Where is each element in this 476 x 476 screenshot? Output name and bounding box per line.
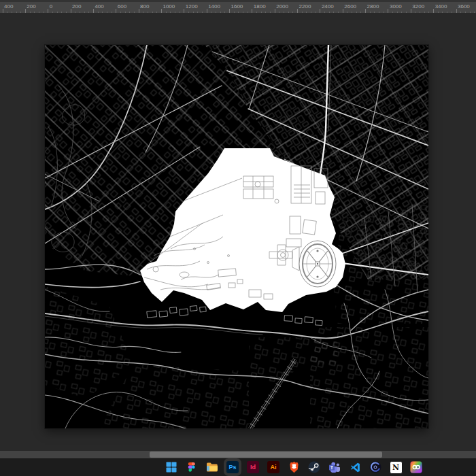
ruler-label: 200 [72, 3, 81, 10]
windows-start-icon [166, 462, 177, 473]
ruler-label: 1400 [208, 3, 220, 10]
figma-icon [187, 462, 197, 473]
ruler-label: 200 [27, 3, 35, 10]
ruler-label: 600 [118, 3, 126, 10]
file-explorer-icon [206, 462, 218, 473]
canvas-workspace [0, 13, 476, 451]
top-ruler[interactable]: 4002000200400600800100012001400160018002… [0, 2, 476, 14]
ruler-label: 1600 [231, 3, 243, 10]
ruler-label: 2800 [367, 3, 379, 10]
taskbar-button-notion[interactable]: N [389, 460, 403, 474]
ruler-label: 1800 [254, 3, 266, 10]
ruler-label: 800 [140, 3, 149, 10]
ruler-label: 1200 [186, 3, 198, 10]
taskbar-button-brave[interactable] [287, 460, 301, 474]
taskbar-button-cinema4d[interactable] [369, 460, 382, 474]
taskbar-button-vscode[interactable] [348, 460, 362, 474]
brave-icon [288, 461, 300, 473]
scrollbar-thumb[interactable] [150, 452, 382, 458]
photoshop-window: 4002000200400600800100012001400160018002… [0, 0, 476, 476]
document-canvas[interactable] [45, 45, 428, 428]
adobe-creative-cloud-icon [410, 461, 422, 473]
taskbar-button-figma[interactable] [185, 460, 199, 474]
ruler-label: 3200 [412, 3, 424, 10]
ruler-label: 2000 [276, 3, 288, 10]
ruler-label: 2600 [344, 3, 356, 10]
windows-taskbar: Ps Id Ai [0, 458, 476, 476]
ruler-label: 3000 [390, 3, 402, 10]
ruler-label: 3600 [458, 3, 470, 10]
taskbar-button-teams[interactable] [328, 460, 341, 474]
taskbar-icon-group: Ps Id Ai [165, 458, 423, 476]
indesign-icon: Id [247, 461, 259, 473]
ruler-label: 3400 [435, 3, 447, 10]
ruler-label: 400 [95, 3, 103, 10]
steam-icon [308, 461, 320, 473]
taskbar-button-illustrator[interactable]: Ai [267, 460, 280, 474]
vscode-icon [350, 462, 361, 473]
taskbar-button-steam[interactable] [307, 460, 321, 474]
taskbar-button-file-explorer[interactable] [205, 460, 219, 474]
cinema-4d-icon [369, 461, 381, 473]
vatican-map [45, 45, 428, 428]
ruler-label: 2400 [322, 3, 334, 10]
ruler-label: 0 [50, 3, 52, 10]
ruler-label: 2200 [299, 3, 311, 10]
taskbar-button-creative-cloud[interactable] [409, 460, 423, 474]
microsoft-teams-icon [328, 462, 341, 473]
ruler-label: 400 [4, 3, 13, 10]
ruler-label: 1000 [163, 3, 175, 10]
taskbar-button-photoshop[interactable]: Ps [226, 460, 239, 474]
horizontal-scrollbar[interactable] [0, 451, 476, 458]
notion-icon: N [390, 461, 403, 474]
taskbar-button-windows-start[interactable] [165, 460, 178, 474]
illustrator-icon: Ai [267, 461, 279, 473]
taskbar-button-indesign[interactable]: Id [246, 460, 260, 474]
st-peters-square [299, 241, 336, 287]
photoshop-icon: Ps [226, 461, 239, 473]
